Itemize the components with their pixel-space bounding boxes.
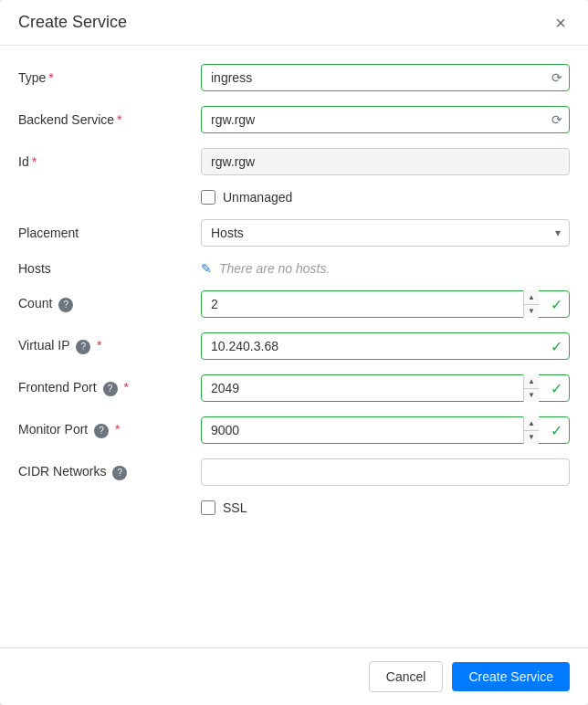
placement-label: Placement bbox=[18, 226, 201, 240]
monitor-port-spin-up[interactable]: ▲ bbox=[524, 416, 539, 431]
count-row: Count ? ▲ ▼ ✓ bbox=[18, 290, 570, 318]
count-help-icon[interactable]: ? bbox=[58, 298, 73, 312]
backend-service-field-wrapper: ⟳ bbox=[201, 106, 570, 133]
frontend-port-spinner: ▲ ▼ bbox=[523, 374, 539, 402]
virtual-ip-label: Virtual IP ? * bbox=[18, 338, 201, 354]
monitor-port-check-icon: ✓ bbox=[551, 422, 562, 439]
monitor-port-spinner: ▲ ▼ bbox=[523, 416, 539, 444]
monitor-port-label: Monitor Port ? * bbox=[18, 422, 201, 438]
frontend-port-spin-down[interactable]: ▼ bbox=[524, 389, 539, 403]
cidr-networks-input[interactable] bbox=[201, 458, 570, 486]
modal-header: Create Service × bbox=[0, 0, 588, 46]
frontend-port-input[interactable] bbox=[201, 374, 570, 402]
unmanaged-row: Unmanaged bbox=[18, 190, 570, 205]
hosts-edit-icon[interactable]: ✎ bbox=[201, 261, 212, 276]
id-row: Id* bbox=[18, 148, 570, 175]
hosts-content: ✎ There are no hosts. bbox=[201, 261, 570, 276]
hosts-placeholder: There are no hosts. bbox=[219, 261, 330, 276]
placement-select[interactable]: Hosts Label Count bbox=[201, 219, 570, 247]
count-spin-down[interactable]: ▼ bbox=[524, 305, 539, 319]
virtual-ip-input[interactable] bbox=[201, 332, 570, 360]
monitor-port-help-icon[interactable]: ? bbox=[94, 424, 109, 438]
count-spin-up[interactable]: ▲ bbox=[524, 290, 539, 305]
frontend-port-field-wrapper: ▲ ▼ ✓ bbox=[201, 374, 570, 402]
ssl-checkbox[interactable] bbox=[201, 500, 215, 515]
hosts-label: Hosts bbox=[18, 261, 201, 276]
cidr-networks-help-icon[interactable]: ? bbox=[112, 466, 127, 480]
placement-select-wrapper: Hosts Label Count ▾ bbox=[201, 219, 570, 247]
type-dropdown-icon: ⟳ bbox=[551, 70, 562, 85]
ssl-row: SSL bbox=[18, 500, 570, 515]
type-row: Type* ⟳ bbox=[18, 64, 570, 91]
monitor-port-spin-down[interactable]: ▼ bbox=[524, 431, 539, 445]
cancel-button[interactable]: Cancel bbox=[369, 661, 444, 692]
count-label: Count ? bbox=[18, 296, 201, 312]
ssl-label[interactable]: SSL bbox=[201, 500, 247, 515]
type-input[interactable] bbox=[201, 64, 570, 91]
cidr-networks-label: CIDR Networks ? bbox=[18, 464, 201, 480]
count-field-wrapper: ▲ ▼ ✓ bbox=[201, 290, 570, 318]
frontend-port-check-icon: ✓ bbox=[551, 380, 562, 397]
frontend-port-label: Frontend Port ? * bbox=[18, 380, 201, 396]
virtual-ip-check-icon: ✓ bbox=[551, 338, 562, 355]
monitor-port-row: Monitor Port ? * ▲ ▼ ✓ bbox=[18, 416, 570, 444]
frontend-port-spin-up[interactable]: ▲ bbox=[524, 374, 539, 389]
count-spinner: ▲ ▼ bbox=[523, 290, 539, 318]
unmanaged-checkbox[interactable] bbox=[201, 190, 215, 205]
modal-body: Type* ⟳ Backend Service* ⟳ Id* bbox=[0, 46, 588, 647]
virtual-ip-help-icon[interactable]: ? bbox=[76, 340, 90, 354]
id-label: Id* bbox=[18, 154, 201, 169]
close-button[interactable]: × bbox=[551, 14, 570, 32]
count-check-icon: ✓ bbox=[551, 296, 562, 313]
monitor-port-field-wrapper: ▲ ▼ ✓ bbox=[201, 416, 570, 444]
create-service-modal: Create Service × Type* ⟳ Backend Service… bbox=[0, 0, 588, 705]
cidr-networks-row: CIDR Networks ? bbox=[18, 458, 570, 486]
frontend-port-row: Frontend Port ? * ▲ ▼ ✓ bbox=[18, 374, 570, 402]
virtual-ip-field-wrapper: ✓ bbox=[201, 332, 570, 360]
unmanaged-label[interactable]: Unmanaged bbox=[201, 190, 292, 205]
virtual-ip-row: Virtual IP ? * ✓ bbox=[18, 332, 570, 360]
type-label: Type* bbox=[18, 70, 201, 85]
modal-title: Create Service bbox=[18, 13, 127, 32]
monitor-port-input[interactable] bbox=[201, 416, 570, 444]
modal-footer: Cancel Create Service bbox=[0, 647, 588, 705]
backend-service-label: Backend Service* bbox=[18, 112, 201, 127]
id-input[interactable] bbox=[201, 148, 570, 175]
cidr-networks-field-wrapper bbox=[201, 458, 570, 486]
create-service-button[interactable]: Create Service bbox=[452, 662, 570, 691]
type-field-wrapper: ⟳ bbox=[201, 64, 570, 91]
count-input[interactable] bbox=[201, 290, 570, 318]
placement-row: Placement Hosts Label Count ▾ bbox=[18, 219, 570, 247]
backend-service-dropdown-icon: ⟳ bbox=[551, 112, 562, 127]
backend-service-row: Backend Service* ⟳ bbox=[18, 106, 570, 133]
id-field-wrapper bbox=[201, 148, 570, 175]
hosts-row: Hosts ✎ There are no hosts. bbox=[18, 261, 570, 276]
frontend-port-help-icon[interactable]: ? bbox=[103, 382, 118, 396]
backend-service-input[interactable] bbox=[201, 106, 570, 133]
